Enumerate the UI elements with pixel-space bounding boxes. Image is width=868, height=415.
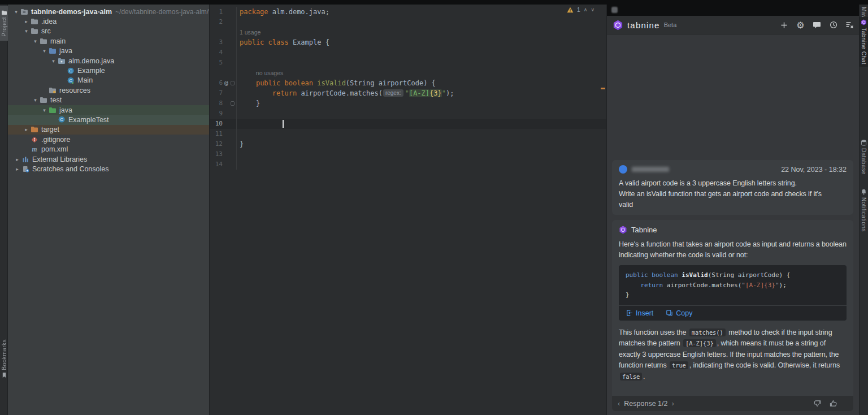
line-number[interactable]: 7 [210,88,227,98]
clear-conversations-button[interactable] [845,20,854,30]
tree-item-example[interactable]: ▸ C Example [8,66,209,75]
tree-expand-chevron[interactable]: ▾ [23,28,30,34]
editor-line-1[interactable]: 1 package alm.demo.java; [210,7,607,17]
next-response-chevron[interactable]: › [671,399,674,408]
tree-expand-chevron[interactable]: ▾ [32,38,39,44]
prev-response-chevron[interactable]: ‹ [618,399,620,408]
snippet-code-line: public boolean isValid(String airportCod… [626,270,840,280]
tree-item-main[interactable]: ▸ C Main [8,76,209,85]
editor-usage-hint-row[interactable]: 1 usage [210,27,607,37]
line-number[interactable]: 12 [210,139,227,149]
tool-window-button-notifications[interactable]: Notifications [860,187,868,234]
next-issue-chevron-icon[interactable]: ∨ [591,7,594,12]
tree-item-scratches-and-consoles[interactable]: ▸ Scratches and Consoles [8,164,209,174]
usage-hint[interactable]: no usages [237,68,283,78]
tree-expand-chevron[interactable]: ▾ [32,97,39,103]
tree-item-external-libraries[interactable]: ▸ External Libraries [8,154,209,164]
line-number[interactable]: 11 [210,129,227,139]
editor-gutter[interactable] [227,47,237,58]
tool-window-button-database[interactable]: Database [860,137,868,177]
editor-gutter[interactable] [227,149,237,159]
editor-line-7[interactable]: 7 return airportCode.matches(regex:"[A-Z… [210,88,607,98]
prev-issue-chevron-icon[interactable]: ∧ [584,7,588,12]
editor-gutter[interactable] [227,139,237,149]
tool-window-button-project[interactable]: Project [0,6,8,41]
right-tool-strip: Maven Tabnine Chat Database Notification… [859,5,868,415]
code-editor[interactable]: 1 package alm.demo.java; 2 1 usage 3 pub… [209,5,607,415]
tree-item-src[interactable]: ▾ src [8,27,209,36]
tree-expand-chevron[interactable]: ▾ [41,107,48,113]
editor-line-14[interactable]: 14 [210,159,607,170]
tree-item-alm-demo-java[interactable]: ▾ alm.demo.java [8,56,209,66]
line-number[interactable]: 5 [210,58,227,68]
tree-item-resources[interactable]: ▸ resources [8,85,209,95]
usage-hint[interactable]: 1 usage [237,27,261,37]
editor-line-4[interactable]: 4 [210,47,607,58]
line-number[interactable]: 8 [210,98,227,109]
line-number[interactable]: 14 [210,159,227,170]
fold-marker-icon[interactable] [231,81,235,85]
thumbs-up-icon[interactable] [829,399,837,408]
new-chat-button[interactable] [779,20,789,30]
line-number[interactable]: 10 [210,119,227,129]
editor-line-13[interactable]: 13 [210,149,607,159]
editor-usage-hint-row[interactable]: no usages [210,68,607,78]
fold-marker-icon[interactable] [231,101,235,106]
bookmark-icon [2,372,7,378]
tree-expand-chevron[interactable]: ▾ [41,48,48,54]
tree-expand-chevron[interactable]: ▾ [12,9,20,15]
tree-item-project-root[interactable]: ▾ tabnine-demos-java-alm ~/dev/tabnine-d… [8,7,209,16]
tree-expand-chevron[interactable]: ▸ [23,127,30,132]
settings-button[interactable]: ⚙ [796,20,805,30]
editor-line-2[interactable]: 2 [210,17,607,27]
tree-item-idea[interactable]: ▸ .idea [8,16,209,26]
editor-gutter[interactable] [227,88,237,98]
tree-expand-chevron[interactable]: ▸ [23,19,30,24]
snippet-code[interactable]: public boolean isValid(String airportCod… [619,265,847,305]
tree-item-java[interactable]: ▾ java [8,46,209,56]
tree-expand-chevron[interactable]: ▾ [50,58,57,64]
editor-line-9[interactable]: 9 [210,109,607,119]
tree-expand-chevron[interactable]: ▸ [14,166,21,172]
editor-gutter[interactable] [227,37,237,47]
line-number[interactable]: 13 [210,149,227,159]
tree-item-gitignore[interactable]: ▸ .gitignore [8,135,209,144]
user-avatar [619,165,627,174]
editor-gutter[interactable] [227,58,237,68]
editor-line-8[interactable]: 8 } [210,98,607,109]
tree-item-exampletest[interactable]: ▸ C ExampleTest [8,115,209,124]
copy-button[interactable]: Copy [666,309,692,317]
tree-expand-chevron[interactable]: ▸ [14,157,21,162]
editor-gutter[interactable] [227,159,237,170]
line-number[interactable]: 1 [210,7,227,17]
editor-line-10[interactable]: 10 [210,119,607,129]
inspections-widget[interactable]: 1 ∧ ∨ [567,6,594,13]
editor-gutter[interactable] [227,98,237,109]
editor-line-12[interactable]: 12 } [210,139,607,149]
editor-gutter[interactable]: @ [227,78,237,88]
line-number[interactable]: 9 [210,109,227,119]
history-button[interactable] [828,20,838,30]
editor-gutter[interactable] [227,7,237,17]
editor-line-6[interactable]: 6 @ public boolean isValid(String airpor… [210,78,607,88]
editor-gutter[interactable] [227,129,237,139]
editor-line-5[interactable]: 5 [210,58,607,68]
editor-gutter[interactable] [227,109,237,119]
tree-item-pom-xml[interactable]: ▸ m pom.xml [8,144,209,154]
thumbs-down-icon[interactable] [813,399,822,408]
feedback-button[interactable] [812,20,822,30]
tree-item-target[interactable]: ▸ target [8,125,209,135]
editor-line-3[interactable]: 3 public class Example { [210,37,607,47]
editor-line-11[interactable]: 11 [210,129,607,139]
tool-window-button-tabnine-chat[interactable]: Tabnine Chat [860,17,868,67]
line-number[interactable]: 4 [210,47,227,58]
tool-window-button-bookmarks[interactable]: Bookmarks [0,339,8,388]
editor-gutter[interactable] [227,119,237,129]
line-number[interactable]: 3 [210,37,227,47]
tree-item-test[interactable]: ▾ test [8,96,209,105]
editor-gutter[interactable] [227,17,237,27]
line-number[interactable]: 2 [210,17,227,27]
tree-item-java[interactable]: ▾ java [8,105,209,115]
tree-item-main[interactable]: ▾ main [8,36,209,46]
insert-button[interactable]: Insert [626,309,653,317]
